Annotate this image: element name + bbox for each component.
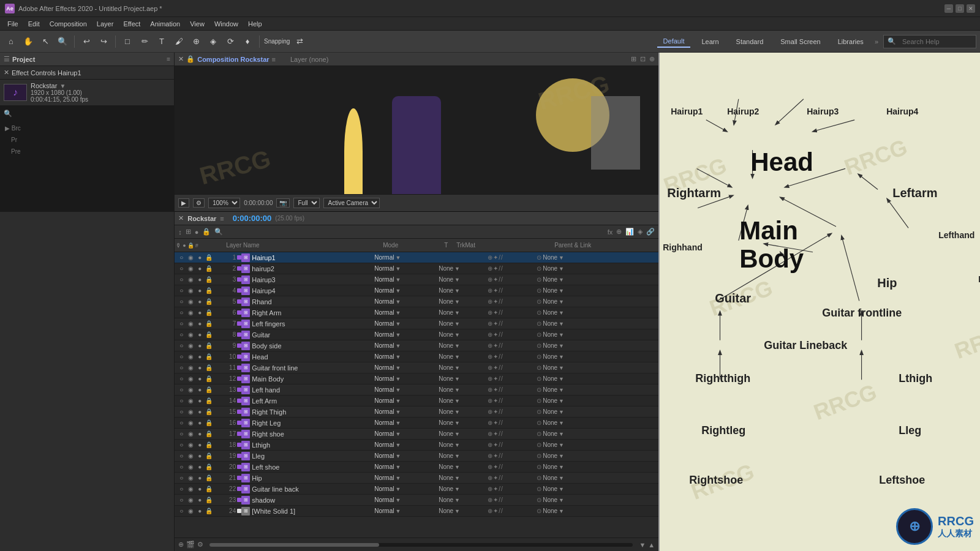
sw-motion[interactable]: ✦ bbox=[493, 309, 498, 316]
sw-fx[interactable]: ⊕ bbox=[488, 408, 492, 415]
menu-window[interactable]: Window bbox=[209, 19, 243, 29]
tl-add-icon[interactable]: ⊕ bbox=[178, 541, 184, 549]
parent-arrow[interactable]: ▼ bbox=[559, 497, 564, 503]
solo-icon[interactable]: ● bbox=[195, 408, 204, 416]
parent-arrow[interactable]: ▼ bbox=[559, 475, 564, 481]
layer-row[interactable]: ○ ◉ ● 🔒 19 ⊞ Lleg Normal ▼ None▼ ⊕ ✦ / / bbox=[175, 451, 658, 462]
trkmatte-arrow[interactable]: ▼ bbox=[454, 288, 460, 294]
lock-layer-icon[interactable]: 🔒 bbox=[205, 408, 213, 416]
parent-arrow[interactable]: ▼ bbox=[559, 332, 564, 338]
lock-layer-icon[interactable]: 🔒 bbox=[205, 452, 213, 460]
audio-icon[interactable]: ◉ bbox=[186, 331, 195, 339]
tl-ctrl-graph[interactable]: 📊 bbox=[625, 228, 634, 236]
sw-aa[interactable]: / bbox=[499, 254, 500, 261]
sw-aa[interactable]: / bbox=[499, 353, 500, 360]
layer-row[interactable]: ○ ◉ ● 🔒 13 ⊞ Left hand Normal ▼ None▼ ⊕ … bbox=[175, 384, 658, 395]
redo-tool[interactable]: ↪ bbox=[96, 34, 111, 49]
parent-arrow[interactable]: ▼ bbox=[559, 486, 564, 492]
layer-row[interactable]: ○ ◉ ● 🔒 2 ⊞ hairup2 Normal ▼ None▼ ⊕ ✦ /… bbox=[175, 263, 658, 274]
viewer-icon-1[interactable]: ⊞ bbox=[631, 55, 636, 63]
solo-icon[interactable]: ● bbox=[195, 507, 204, 515]
parent-arrow[interactable]: ▼ bbox=[559, 431, 564, 437]
mode-arrow[interactable]: ▼ bbox=[395, 365, 401, 371]
parent-arrow[interactable]: ▼ bbox=[559, 420, 564, 426]
audio-icon[interactable]: ◉ bbox=[186, 507, 195, 515]
eraser-tool[interactable]: ◈ bbox=[206, 34, 221, 49]
parent-arrow[interactable]: ▼ bbox=[559, 354, 564, 360]
sw-quality[interactable]: / bbox=[501, 430, 503, 437]
sw-quality[interactable]: / bbox=[501, 353, 503, 360]
sw-aa[interactable]: / bbox=[499, 497, 500, 503]
audio-icon[interactable]: ◉ bbox=[186, 276, 195, 284]
solo-icon[interactable]: ● bbox=[195, 353, 204, 361]
play-button[interactable]: ▶ bbox=[178, 198, 189, 208]
sw-motion[interactable]: ✦ bbox=[493, 386, 498, 393]
parent-arrow[interactable]: ▼ bbox=[559, 376, 564, 382]
sw-aa[interactable]: / bbox=[499, 419, 500, 426]
mode-arrow[interactable]: ▼ bbox=[395, 486, 401, 492]
parent-arrow[interactable]: ▼ bbox=[559, 508, 564, 514]
sw-motion[interactable]: ✦ bbox=[493, 441, 498, 448]
lock-icon[interactable]: 🔒 bbox=[186, 55, 195, 63]
sw-motion[interactable]: ✦ bbox=[493, 298, 498, 305]
eye-icon[interactable]: ○ bbox=[177, 264, 186, 273]
mode-arrow[interactable]: ▼ bbox=[395, 420, 401, 426]
workspace-libraries[interactable]: Libraries bbox=[832, 36, 870, 47]
text-tool[interactable]: T bbox=[154, 34, 169, 49]
sw-aa[interactable]: / bbox=[499, 441, 500, 448]
solo-icon[interactable]: ● bbox=[195, 485, 204, 493]
tl-settings-icon[interactable]: ⚙ bbox=[197, 541, 203, 549]
sw-motion[interactable]: ✦ bbox=[493, 342, 498, 349]
audio-icon[interactable]: ◉ bbox=[186, 320, 195, 328]
sw-fx[interactable]: ⊕ bbox=[488, 474, 492, 481]
sw-motion[interactable]: ✦ bbox=[493, 463, 498, 470]
sw-fx[interactable]: ⊕ bbox=[488, 265, 492, 272]
viewer-icon-2[interactable]: ⊡ bbox=[640, 55, 646, 63]
layer-row[interactable]: ○ ◉ ● 🔒 14 ⊞ Left Arm Normal ▼ None▼ ⊕ ✦… bbox=[175, 395, 658, 407]
menu-view[interactable]: View bbox=[185, 19, 209, 29]
layer-row[interactable]: ○ ◉ ● 🔒 22 ⊞ Guitar line back Normal ▼ N… bbox=[175, 484, 658, 495]
audio-icon[interactable]: ◉ bbox=[186, 264, 195, 273]
tl-ctrl-shape[interactable]: ◈ bbox=[638, 228, 643, 236]
eye-icon[interactable]: ○ bbox=[177, 342, 186, 350]
mode-arrow[interactable]: ▼ bbox=[395, 321, 401, 327]
parent-arrow[interactable]: ▼ bbox=[559, 387, 564, 393]
trkmatte-arrow[interactable]: ▼ bbox=[454, 442, 460, 448]
trkmatte-arrow[interactable]: ▼ bbox=[454, 398, 460, 404]
puppet-tool[interactable]: ♦ bbox=[240, 34, 255, 49]
mode-arrow[interactable]: ▼ bbox=[395, 354, 401, 360]
layer-row[interactable]: ○ ◉ ● 🔒 3 ⊞ Hairup3 Normal ▼ None▼ ⊕ ✦ /… bbox=[175, 274, 658, 285]
eye-icon[interactable]: ○ bbox=[177, 386, 186, 394]
layer-row[interactable]: ○ ◉ ● 🔒 24 ⊞ [White Solid 1] Normal ▼ No… bbox=[175, 506, 658, 517]
sw-fx[interactable]: ⊕ bbox=[488, 353, 492, 360]
eye-icon[interactable]: ○ bbox=[177, 397, 186, 405]
sw-quality[interactable]: / bbox=[501, 463, 503, 470]
parent-arrow[interactable]: ▼ bbox=[559, 299, 564, 305]
sw-quality[interactable]: / bbox=[501, 364, 503, 371]
eye-icon[interactable]: ○ bbox=[177, 331, 186, 339]
trkmatte-arrow[interactable]: ▼ bbox=[454, 376, 460, 382]
sw-motion[interactable]: ✦ bbox=[493, 364, 498, 371]
mode-arrow[interactable]: ▼ bbox=[395, 453, 401, 459]
mode-arrow[interactable]: ▼ bbox=[395, 431, 401, 437]
hand-tool[interactable]: ✋ bbox=[21, 34, 36, 49]
sw-quality[interactable]: / bbox=[501, 497, 503, 503]
sw-fx[interactable]: ⊕ bbox=[488, 508, 492, 514]
parent-arrow[interactable]: ▼ bbox=[559, 321, 564, 327]
sw-fx[interactable]: ⊕ bbox=[488, 430, 492, 437]
lock-layer-icon[interactable]: 🔒 bbox=[205, 331, 213, 339]
tl-ctrl-fx[interactable]: fx bbox=[608, 228, 613, 236]
mode-arrow[interactable]: ▼ bbox=[395, 398, 401, 404]
lock-layer-icon[interactable]: 🔒 bbox=[205, 496, 213, 504]
lock-layer-icon[interactable]: 🔒 bbox=[205, 485, 213, 493]
trkmatte-arrow[interactable]: ▼ bbox=[454, 475, 460, 481]
tl-ctrl-solo[interactable]: ● bbox=[195, 228, 199, 236]
eye-icon[interactable]: ○ bbox=[177, 353, 186, 361]
trkmatte-arrow[interactable]: ▼ bbox=[454, 420, 460, 426]
sw-fx[interactable]: ⊕ bbox=[488, 342, 492, 349]
solo-icon[interactable]: ● bbox=[195, 474, 204, 482]
menu-composition[interactable]: Composition bbox=[45, 19, 92, 29]
eye-icon[interactable]: ○ bbox=[177, 276, 186, 284]
sw-motion[interactable]: ✦ bbox=[493, 331, 498, 338]
lock-layer-icon[interactable]: 🔒 bbox=[205, 441, 213, 449]
